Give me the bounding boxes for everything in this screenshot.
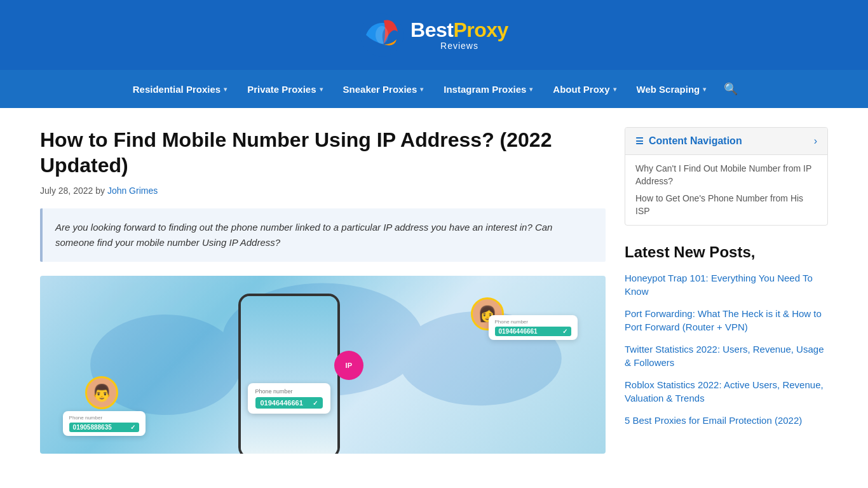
phone-screen: Phone number 01946446661 ✓ <box>241 296 337 454</box>
logo-text: BestProxy Reviews <box>410 19 508 51</box>
article-date: July 28, 2022 <box>40 186 93 196</box>
article-meta: July 28, 2022 by John Grimes <box>40 186 606 196</box>
latest-posts-title: Latest New Posts, <box>625 243 828 261</box>
main-nav: Residential Proxies ▾ Private Proxies ▾ … <box>0 70 868 108</box>
content-nav-links: Why Can't I Find Out Mobile Number from … <box>625 155 827 225</box>
phone-screen-content: Phone number 01946446661 ✓ <box>248 358 330 414</box>
nav-items: Residential Proxies ▾ Private Proxies ▾ … <box>123 72 746 106</box>
site-logo[interactable]: BestProxy Reviews <box>360 13 508 57</box>
content-nav-box: ☰ Content Navigation › Why Can't I Find … <box>625 127 828 226</box>
content-nav-header: ☰ Content Navigation › <box>625 128 827 155</box>
avatar-left: 👨 <box>85 376 118 409</box>
phone-number-card: Phone number 01946446661 ✓ <box>248 383 330 414</box>
post-link-1[interactable]: Honeypot Trap 101: Everything You Need T… <box>625 271 828 298</box>
article-by: by <box>95 186 107 196</box>
nav-item-about[interactable]: About Proxy ▾ <box>543 72 626 106</box>
content-nav-title: ☰ Content Navigation <box>635 135 742 147</box>
article-author[interactable]: John Grimes <box>107 186 158 196</box>
nav-label: Instagram Proxies <box>444 84 526 95</box>
nav-item-webscraping[interactable]: Web Scraping ▾ <box>627 72 717 106</box>
list-item: Honeypot Trap 101: Everything You Need T… <box>625 271 828 298</box>
list-item: Port Forwarding: What The Heck is it & H… <box>625 307 828 334</box>
content-nav-toggle[interactable]: › <box>814 135 817 147</box>
phone-bubble-left: Phone number 01905888635 ✓ <box>63 411 146 436</box>
search-icon[interactable]: 🔍 <box>716 71 745 107</box>
phone-number-left: 01905888635 ✓ <box>69 423 139 432</box>
nav-label: Web Scraping <box>637 84 700 95</box>
content-nav-link-1[interactable]: Why Can't I Find Out Mobile Number from … <box>635 163 817 187</box>
nav-link-instagram[interactable]: Instagram Proxies ▾ <box>433 72 543 106</box>
nav-link-private[interactable]: Private Proxies ▾ <box>237 72 332 106</box>
post-link-3[interactable]: Twitter Statistics 2022: Users, Revenue,… <box>625 342 828 369</box>
ip-pin: IP <box>334 351 363 380</box>
nav-link-about[interactable]: About Proxy ▾ <box>543 72 626 106</box>
chevron-down-icon: ▾ <box>224 86 227 93</box>
menu-icon: ☰ <box>635 136 644 146</box>
phone-number-right: 01946446661 ✓ <box>495 327 571 336</box>
site-header: BestProxy Reviews <box>0 0 868 70</box>
nav-label: Sneaker Proxies <box>343 84 417 95</box>
article-hero-image: 👨 Phone number 01905888635 ✓ Phone numbe… <box>40 276 606 454</box>
content-nav-link-2[interactable]: How to Get One's Phone Number from His I… <box>635 193 817 217</box>
nav-label: About Proxy <box>553 84 609 95</box>
post-link-4[interactable]: Roblox Statistics 2022: Active Users, Re… <box>625 378 828 405</box>
chevron-down-icon: ▾ <box>613 86 616 93</box>
phone-label: Phone number <box>255 388 323 395</box>
phone-label-right: Phone number <box>495 319 571 325</box>
article-intro-text: Are you looking forward to finding out t… <box>55 220 593 250</box>
phone-label-left: Phone number <box>69 415 139 421</box>
ip-label: IP <box>334 351 363 380</box>
phone-bubble-right: Phone number 01946446661 ✓ <box>489 315 578 340</box>
brand-name: BestProxy <box>410 19 508 41</box>
post-link-5[interactable]: 5 Best Proxies for Email Protection (202… <box>625 414 828 427</box>
chevron-down-icon: ▾ <box>703 86 706 93</box>
list-item: Roblox Statistics 2022: Active Users, Re… <box>625 378 828 405</box>
list-item: 5 Best Proxies for Email Protection (202… <box>625 414 828 427</box>
checkmark-icon: ✓ <box>313 400 318 407</box>
nav-item-sneaker[interactable]: Sneaker Proxies ▾ <box>333 72 434 106</box>
logo-icon <box>360 13 404 57</box>
brand-highlight: Proxy <box>453 18 508 41</box>
post-link-2[interactable]: Port Forwarding: What The Heck is it & H… <box>625 307 828 334</box>
phone-device: Phone number 01946446661 ✓ <box>238 294 340 454</box>
brand-tagline: Reviews <box>410 41 508 51</box>
article-title: How to Find Mobile Number Using IP Addre… <box>40 127 606 178</box>
nav-link-residential[interactable]: Residential Proxies ▾ <box>123 72 237 106</box>
chevron-down-icon: ▾ <box>420 86 423 93</box>
article-intro: Are you looking forward to finding out t… <box>40 208 606 262</box>
svg-point-1 <box>376 26 388 44</box>
page-wrap: How to Find Mobile Number Using IP Addre… <box>27 108 841 473</box>
latest-posts: Latest New Posts, Honeypot Trap 101: Eve… <box>625 243 828 427</box>
main-content: How to Find Mobile Number Using IP Addre… <box>40 127 606 454</box>
nav-label: Private Proxies <box>247 84 316 95</box>
nav-item-residential[interactable]: Residential Proxies ▾ <box>123 72 237 106</box>
content-nav-label: Content Navigation <box>649 135 742 147</box>
list-item: Twitter Statistics 2022: Users, Revenue,… <box>625 342 828 369</box>
chevron-down-icon: ▾ <box>529 86 532 93</box>
nav-item-private[interactable]: Private Proxies ▾ <box>237 72 332 106</box>
sidebar: ☰ Content Navigation › Why Can't I Find … <box>625 127 828 454</box>
nav-label: Residential Proxies <box>133 84 220 95</box>
phone-illustration: 👨 Phone number 01905888635 ✓ Phone numbe… <box>40 276 606 454</box>
nav-item-search[interactable]: 🔍 <box>716 82 745 96</box>
nav-link-webscraping[interactable]: Web Scraping ▾ <box>627 72 717 106</box>
nav-link-sneaker[interactable]: Sneaker Proxies ▾ <box>333 72 434 106</box>
nav-item-instagram[interactable]: Instagram Proxies ▾ <box>433 72 543 106</box>
chevron-down-icon: ▾ <box>320 86 323 93</box>
phone-number-display: 01946446661 ✓ <box>255 397 323 409</box>
